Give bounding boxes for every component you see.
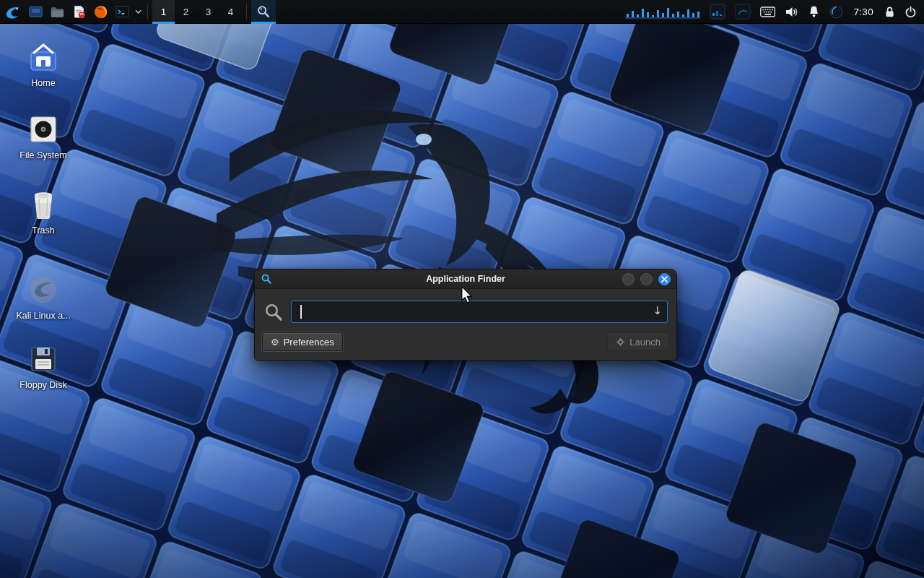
firefox-icon	[93, 4, 108, 20]
screen-lock-indicator[interactable]	[884, 0, 895, 24]
taskbar-application-finder-button[interactable]	[251, 0, 276, 24]
desktop: 1 2 3 4	[0, 0, 924, 578]
app-launcher-file-manager[interactable]	[46, 0, 68, 24]
panel-separator	[147, 4, 148, 20]
kali-logo-icon	[4, 3, 22, 21]
logout-button[interactable]	[905, 0, 917, 24]
workspace-button-4[interactable]: 4	[219, 0, 242, 24]
folder-icon	[50, 4, 65, 20]
text-caret	[300, 305, 302, 319]
application-finder-icon	[256, 4, 271, 19]
desktop-icon-label: Trash	[30, 225, 57, 236]
button-row: ⚙ Preferences Launch	[262, 332, 669, 351]
desktop-icon-floppy-disk[interactable]: Floppy Disk	[10, 341, 77, 394]
desktop-icon-label: File System	[17, 150, 69, 161]
desktop-icon-home[interactable]: Home	[10, 39, 77, 92]
window-icon-application-finder	[261, 273, 272, 285]
applications-menu-button[interactable]	[0, 0, 25, 24]
panel-separator	[246, 4, 247, 20]
speaker-icon	[785, 6, 798, 18]
app-launcher-firefox[interactable]	[90, 0, 111, 24]
terminal-icon	[115, 4, 130, 20]
waveform-graph-icon	[625, 4, 700, 20]
keyboard-icon	[760, 7, 775, 17]
desktop-icon-label: Kali Linux a...	[14, 310, 72, 322]
top-panel: 1 2 3 4	[0, 0, 924, 24]
desktop-icon-trash[interactable]: Trash	[10, 186, 77, 239]
maximize-button[interactable]	[640, 273, 653, 285]
notifications-indicator[interactable]	[808, 0, 820, 24]
app-launcher-files[interactable]	[25, 0, 46, 24]
window-title: Application Finder	[255, 274, 676, 284]
desktop-icon-label: Floppy Disk	[17, 379, 69, 391]
trash-icon	[29, 189, 58, 220]
audio-visualizer-widget[interactable]	[625, 0, 700, 24]
bell-icon	[808, 5, 820, 18]
application-finder-window: Application Finder	[254, 269, 677, 361]
window-titlebar[interactable]: Application Finder	[255, 269, 676, 289]
dark-tray-icon	[710, 4, 725, 20]
chevron-down-icon	[135, 9, 141, 14]
dark-tray-icon	[735, 4, 751, 20]
launch-icon	[616, 337, 625, 347]
window-body: ↓ ⚙ Preferences Launch	[255, 289, 676, 360]
clock[interactable]: 7:30	[853, 0, 875, 24]
desktop-icon-file-system[interactable]: File System	[10, 111, 77, 164]
keyboard-layout-indicator[interactable]	[760, 0, 775, 24]
launch-button[interactable]: Launch	[607, 332, 669, 351]
lock-icon	[884, 6, 895, 18]
workspace-button-1[interactable]: 1	[152, 0, 175, 24]
dark-circle-icon	[829, 5, 843, 19]
search-input-wrap: ↓	[291, 301, 668, 323]
tray-status-icon-2[interactable]	[735, 0, 751, 24]
close-button[interactable]	[658, 273, 671, 285]
launch-button-label: Launch	[629, 337, 661, 348]
preferences-button[interactable]: ⚙ Preferences	[262, 332, 343, 351]
workspace-button-3[interactable]: 3	[197, 0, 219, 24]
dropdown-arrow-icon[interactable]: ↓	[653, 304, 662, 317]
window-controls	[622, 273, 671, 285]
search-icon	[263, 302, 284, 322]
tray-status-icon-1[interactable]	[710, 0, 725, 24]
system-tray: 7:30	[625, 0, 924, 24]
terminal-dropdown-button[interactable]	[133, 0, 143, 24]
close-icon	[661, 276, 668, 282]
app-launcher-text-editor[interactable]	[68, 0, 90, 24]
kali-launcher-icon	[28, 275, 58, 305]
gear-icon: ⚙	[271, 337, 279, 348]
volume-indicator[interactable]	[785, 0, 798, 24]
floppy-disk-icon	[28, 344, 58, 374]
search-input[interactable]	[291, 301, 668, 323]
search-row: ↓	[262, 298, 669, 324]
files-app-icon	[28, 4, 43, 20]
text-editor-icon	[71, 4, 87, 20]
home-icon	[27, 42, 59, 72]
workspace-button-2[interactable]: 2	[175, 0, 197, 24]
desktop-icon-kali-linux[interactable]: Kali Linux a...	[10, 272, 77, 324]
status-circle-indicator[interactable]	[829, 0, 843, 24]
preferences-button-label: Preferences	[284, 337, 334, 348]
power-icon	[905, 6, 917, 18]
desktop-icon-label: Home	[29, 77, 57, 89]
app-launcher-terminal[interactable]	[111, 0, 133, 24]
file-system-icon	[28, 114, 58, 144]
minimize-button[interactable]	[622, 273, 635, 285]
